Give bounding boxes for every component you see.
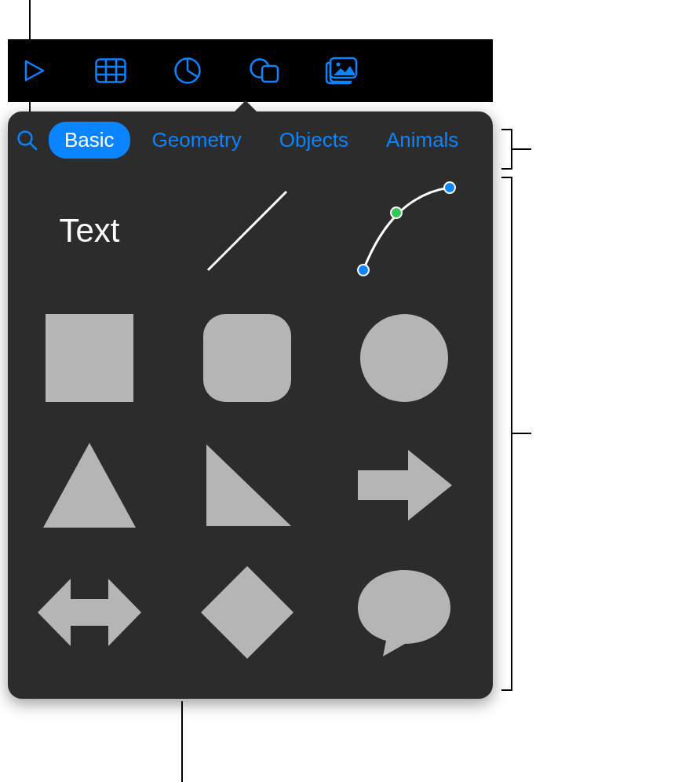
shapes-popover: Basic Geometry Objects Animals N Text	[8, 111, 493, 699]
svg-point-13	[358, 265, 369, 276]
play-icon[interactable]	[17, 54, 50, 87]
shape-arrow-right[interactable]	[349, 430, 459, 540]
popover-arrow	[235, 100, 257, 111]
shape-circle[interactable]	[349, 303, 459, 413]
search-icon[interactable]	[11, 124, 42, 155]
svg-point-10	[19, 132, 32, 145]
app-screenshot-region: Basic Geometry Objects Animals N Text	[8, 39, 493, 699]
category-objects[interactable]: Objects	[264, 122, 364, 159]
chart-icon[interactable]	[171, 54, 204, 87]
svg-point-14	[391, 207, 402, 218]
callout-line-bottom	[181, 701, 183, 782]
callout-bracket-shapes-cap-bot	[501, 689, 511, 691]
svg-point-9	[337, 63, 341, 67]
toolbar	[8, 39, 493, 102]
svg-point-18	[360, 314, 448, 402]
shape-diamond[interactable]	[192, 557, 302, 667]
svg-line-12	[208, 192, 286, 270]
shape-line[interactable]	[192, 176, 302, 286]
shape-double-arrow[interactable]	[35, 557, 144, 667]
shape-triangle[interactable]	[35, 430, 144, 540]
shape-curve[interactable]	[349, 176, 459, 286]
shapes-grid: Text	[8, 168, 493, 699]
shape-callout[interactable]	[35, 685, 144, 699]
callout-line-categories	[511, 148, 531, 150]
svg-line-11	[31, 144, 36, 149]
category-more[interactable]: N	[480, 122, 493, 159]
shape-star[interactable]	[349, 685, 459, 699]
callout-bracket-shapes-cap-top	[501, 177, 511, 178]
category-geometry[interactable]: Geometry	[137, 122, 257, 159]
svg-rect-16	[46, 314, 133, 402]
table-icon[interactable]	[94, 54, 127, 87]
shape-text[interactable]: Text	[35, 176, 144, 286]
shape-right-triangle[interactable]	[192, 430, 302, 540]
shape-speech-bubble[interactable]	[349, 557, 459, 667]
shape-pentagon[interactable]	[192, 685, 302, 699]
media-icon[interactable]	[325, 54, 358, 87]
svg-point-15	[444, 182, 455, 193]
svg-rect-17	[203, 314, 291, 402]
svg-rect-7	[262, 66, 278, 82]
category-row: Basic Geometry Objects Animals N	[8, 111, 493, 168]
shape-text-label: Text	[59, 212, 119, 250]
category-animals[interactable]: Animals	[370, 122, 474, 159]
callout-line-shapes	[511, 433, 531, 434]
callout-bracket-categories-cap-bot	[501, 168, 511, 170]
shape-icon[interactable]	[248, 54, 281, 87]
category-basic[interactable]: Basic	[49, 122, 130, 159]
callout-bracket-categories-cap-top	[501, 129, 511, 130]
shape-square[interactable]	[35, 303, 144, 413]
svg-rect-0	[97, 60, 126, 82]
shape-rounded-square[interactable]	[192, 303, 302, 413]
